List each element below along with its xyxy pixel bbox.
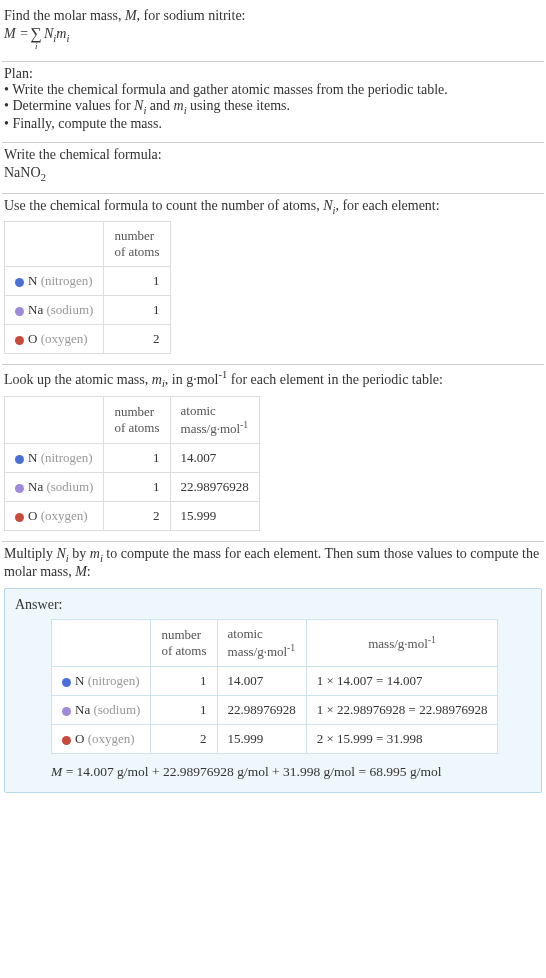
element-dot-icon xyxy=(62,678,71,687)
table-header-row: numberof atoms atomicmass/g·mol-1 xyxy=(5,396,260,443)
mass-cell: 22.98976928 xyxy=(170,473,259,502)
element-cell: Na (sodium) xyxy=(5,296,104,325)
amass-cell: 22.98976928 xyxy=(217,696,306,725)
plan-bullet-2: • Determine values for Ni and mi using t… xyxy=(4,98,542,116)
mass-text: Look up the atomic mass, mi, in g·mol-1 … xyxy=(4,369,542,389)
table-header-row: numberof atoms xyxy=(5,222,171,267)
table-row: Na (sodium) 1 22.98976928 xyxy=(5,473,260,502)
formula-section: Write the chemical formula: NaNO2 xyxy=(2,143,544,193)
atoms-cell: 2 xyxy=(104,502,170,531)
element-dot-icon xyxy=(15,307,24,316)
plan-section: Plan: • Write the chemical formula and g… xyxy=(2,62,544,142)
calc-cell: 1 × 22.98976928 = 22.98976928 xyxy=(306,696,498,725)
atoms-cell: 1 xyxy=(151,667,217,696)
col-number-of-atoms: numberof atoms xyxy=(151,619,217,666)
col-atomic-mass: atomicmass/g·mol-1 xyxy=(217,619,306,666)
intro-line: Find the molar mass, M, for sodium nitri… xyxy=(4,8,542,24)
calc-cell: 1 × 14.007 = 14.007 xyxy=(306,667,498,696)
multiply-section: Multiply Ni by mi to compute the mass fo… xyxy=(2,542,544,803)
chem-formula: NaNO2 xyxy=(4,165,542,183)
plan-bullet-1: • Write the chemical formula and gather … xyxy=(4,82,542,98)
atoms-cell: 1 xyxy=(104,296,170,325)
element-dot-icon xyxy=(15,455,24,464)
intro-text: Find the molar mass, xyxy=(4,8,125,23)
element-dot-icon xyxy=(15,484,24,493)
table-row: Na (sodium) 1 22.98976928 1 × 22.9897692… xyxy=(52,696,498,725)
element-cell: O (oxygen) xyxy=(5,502,104,531)
plan-heading: Plan: xyxy=(4,66,542,82)
amass-cell: 15.999 xyxy=(217,725,306,754)
atoms-cell: 2 xyxy=(151,725,217,754)
atoms-cell: 1 xyxy=(104,444,170,473)
element-cell: N (nitrogen) xyxy=(52,667,151,696)
table-row: O (oxygen) 2 15.999 2 × 15.999 = 31.998 xyxy=(52,725,498,754)
table-row: N (nitrogen) 1 xyxy=(5,267,171,296)
answer-equation: M = 14.007 g/mol + 22.98976928 g/mol + 3… xyxy=(51,764,531,780)
col-element xyxy=(5,396,104,443)
col-element xyxy=(5,222,104,267)
col-number-of-atoms: numberof atoms xyxy=(104,396,170,443)
table-row: Na (sodium) 1 xyxy=(5,296,171,325)
table-row: O (oxygen) 2 xyxy=(5,325,171,354)
col-number-of-atoms: numberof atoms xyxy=(104,222,170,267)
intro-text2: , for sodium nitrite: xyxy=(137,8,246,23)
col-atomic-mass: atomicmass/g·mol-1 xyxy=(170,396,259,443)
mass-cell: 14.007 xyxy=(170,444,259,473)
eq-N: N xyxy=(44,26,53,41)
table-row: N (nitrogen) 1 14.007 1 × 14.007 = 14.00… xyxy=(52,667,498,696)
amass-cell: 14.007 xyxy=(217,667,306,696)
table-row: N (nitrogen) 1 14.007 xyxy=(5,444,260,473)
element-cell: Na (sodium) xyxy=(5,473,104,502)
mass-cell: 15.999 xyxy=(170,502,259,531)
eq-lhs: M = xyxy=(4,26,29,42)
atoms-cell: 1 xyxy=(151,696,217,725)
table-header-row: numberof atoms atomicmass/g·mol-1 mass/g… xyxy=(52,619,498,666)
intro-section: Find the molar mass, M, for sodium nitri… xyxy=(2,4,544,61)
atoms-cell: 1 xyxy=(104,473,170,502)
sigma-icon: ∑ i xyxy=(31,26,42,51)
calc-cell: 2 × 15.999 = 31.998 xyxy=(306,725,498,754)
formula-heading: Write the chemical formula: xyxy=(4,147,542,163)
mass-section: Look up the atomic mass, mi, in g·mol-1 … xyxy=(2,365,544,541)
element-cell: O (oxygen) xyxy=(5,325,104,354)
multiply-text: Multiply Ni by mi to compute the mass fo… xyxy=(4,546,542,580)
element-dot-icon xyxy=(15,336,24,345)
count-table: numberof atoms N (nitrogen) 1 Na (sodium… xyxy=(4,221,171,354)
eq-i2: i xyxy=(66,33,69,44)
atoms-cell: 1 xyxy=(104,267,170,296)
element-cell: O (oxygen) xyxy=(52,725,151,754)
element-dot-icon xyxy=(15,513,24,522)
count-section: Use the chemical formula to count the nu… xyxy=(2,194,544,365)
element-cell: N (nitrogen) xyxy=(5,267,104,296)
col-mass: mass/g·mol-1 xyxy=(306,619,498,666)
element-cell: N (nitrogen) xyxy=(5,444,104,473)
answer-table: numberof atoms atomicmass/g·mol-1 mass/g… xyxy=(51,619,498,754)
atoms-cell: 2 xyxy=(104,325,170,354)
element-cell: Na (sodium) xyxy=(52,696,151,725)
table-row: O (oxygen) 2 15.999 xyxy=(5,502,260,531)
answer-box: Answer: numberof atoms atomicmass/g·mol-… xyxy=(4,588,542,793)
intro-equation: M = ∑ i Nimi xyxy=(4,26,542,51)
answer-label: Answer: xyxy=(15,597,531,613)
count-text: Use the chemical formula to count the nu… xyxy=(4,198,542,216)
element-dot-icon xyxy=(62,736,71,745)
eq-m: m xyxy=(56,26,66,41)
plan-bullet-3: • Finally, compute the mass. xyxy=(4,116,542,132)
col-element xyxy=(52,619,151,666)
mass-table: numberof atoms atomicmass/g·mol-1 N (nit… xyxy=(4,396,260,531)
element-dot-icon xyxy=(15,278,24,287)
element-dot-icon xyxy=(62,707,71,716)
intro-var-M: M xyxy=(125,8,137,23)
